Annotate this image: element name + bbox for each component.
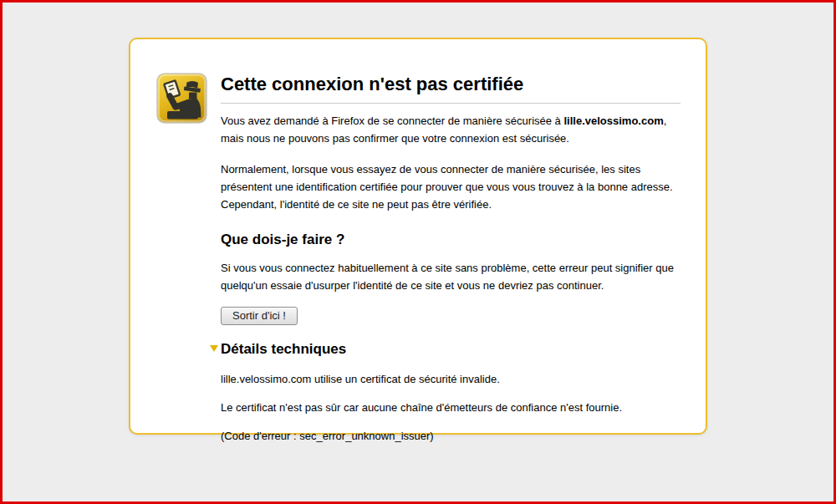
expand-twisty-icon[interactable]: [210, 345, 218, 352]
page-title: Cette connexion n'est pas certifiée: [221, 74, 681, 104]
issuer-line: Le certificat n'est pas sûr car aucune c…: [221, 399, 681, 416]
technical-details-heading[interactable]: Détails techniques: [221, 341, 681, 358]
ssl-error-page: { "colors": { "frame_red": "#dd0000", "p…: [0, 0, 836, 504]
invalid-cert-line: lille.velossimo.com utilise un certifica…: [221, 370, 681, 388]
technical-details-toggle[interactable]: Détails techniques: [221, 341, 681, 358]
technical-details-body: lille.velossimo.com utilise un certifica…: [221, 370, 681, 445]
intro-text-pre: Vous avez demandé à Firefox de se connec…: [221, 115, 563, 127]
passport-officer-warning-icon: [156, 73, 207, 124]
error-code-line: (Code d'erreur : sec_error_unknown_issue…: [221, 427, 681, 445]
explanation-paragraph: Normalement, lorsque vous essayez de vou…: [221, 160, 681, 213]
site-domain: lille.velossimo.com: [563, 115, 663, 127]
what-to-do-paragraph: Si vous vous connectez habituellement à …: [221, 259, 681, 294]
get-me-out-button[interactable]: Sortir d'ici !: [221, 307, 298, 325]
certificate-error-card: Cette connexion n'est pas certifiée Vous…: [129, 38, 707, 435]
error-content: Cette connexion n'est pas certifiée Vous…: [221, 74, 681, 445]
intro-paragraph: Vous avez demandé à Firefox de se connec…: [221, 112, 681, 147]
what-to-do-heading: Que dois-je faire ?: [221, 232, 681, 248]
